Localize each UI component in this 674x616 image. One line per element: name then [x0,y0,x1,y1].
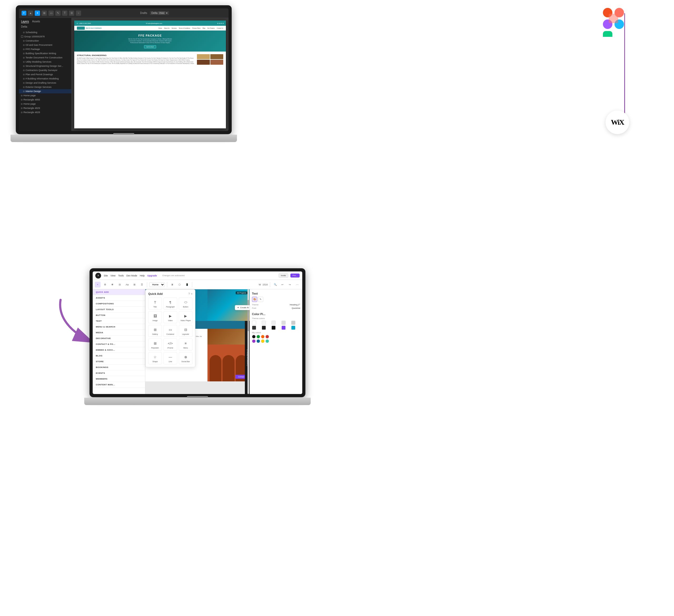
menu-devmode[interactable]: Dev Mode [126,274,137,277]
more-icon[interactable]: ⋯ [294,282,300,288]
qa-paragraph[interactable]: ¶ Paragraph [163,298,177,310]
menu-events[interactable]: EVENTS [93,370,145,376]
menu-content-man[interactable]: CONTENT MAN... [93,382,145,388]
search-icon[interactable]: 🔍 [272,282,278,288]
color-swatch-dark-2[interactable] [262,326,266,330]
color-swatch-teal[interactable] [291,326,296,330]
tab-assets[interactable]: Assets [32,20,40,23]
my-color-purple[interactable] [252,339,256,343]
layer-item[interactable]: Plan and Permit Drawings [19,72,71,76]
menu-tools[interactable]: Tools [118,274,124,277]
qa-menu[interactable]: ≡ Menu [179,338,193,351]
menu-site[interactable]: Site [104,274,108,277]
my-color-black[interactable] [252,335,256,338]
menu-quick-add[interactable]: QUICK ADD [93,289,145,295]
menu-decorative[interactable]: DECORATIVE [93,336,145,341]
store-icon[interactable]: ⊟ [117,282,123,288]
components-icon[interactable]: ❋ [110,282,115,288]
color-swatch-dark-1[interactable] [252,326,256,330]
color-swatch-purple[interactable] [282,326,286,330]
help-icon[interactable]: ? [189,293,190,295]
layer-item[interactable]: Scheduling [19,30,71,34]
color-swatch-2[interactable] [271,321,276,325]
select-tool-icon[interactable]: ▲ [28,10,33,16]
layer-item[interactable]: Building Specification Writing [19,51,71,55]
tab-layers[interactable]: Layers [21,20,29,23]
layer-item[interactable]: Utility Modeling Services [19,60,71,64]
menu-menu-search[interactable]: MENU & SEARCH [93,324,145,330]
qa-title[interactable]: T Title [148,298,162,310]
grid-icon[interactable]: ⊞ [132,282,137,288]
rp-style-btn[interactable]: ✎ [258,297,263,302]
frame-tool-icon[interactable]: ⊞ [41,10,47,16]
qa-button[interactable]: ⬭ Button [179,298,193,310]
layer-item[interactable]: Contractors Quantity Surveyor [19,68,71,72]
color-swatch-4[interactable] [291,321,296,325]
invite-button[interactable]: Invite [278,273,288,278]
layer-item[interactable]: FFE Package [19,47,71,51]
color-swatch-dark-3[interactable] [271,326,276,330]
menu-contact[interactable]: CONTACT & FO... [93,341,145,347]
qa-container[interactable]: ▭ Container [163,325,177,337]
menu-members[interactable]: MEMBERS [93,376,145,382]
layer-item[interactable]: Structural Engineering Design Ser... [19,64,71,68]
add-icon[interactable]: + [95,282,101,288]
menu-view[interactable]: View [111,274,116,277]
project-badge[interactable]: Delta Free ▾ [150,11,169,15]
layer-item[interactable]: Group 1000002878 [19,34,71,39]
close-icon[interactable]: × [191,293,193,295]
qa-layouter[interactable]: ⊟ Layouter [179,325,193,337]
pen-tool-icon[interactable]: ✎ [55,10,61,16]
menu-bookings[interactable]: BOOKINGS [93,364,145,370]
menu-compositions[interactable]: COMPOSITIONS [93,301,145,307]
layer-item[interactable]: Design and Drafting Services [19,81,71,85]
settings-icon[interactable]: ⚙ [102,282,108,288]
ai-text-tooltip[interactable]: ✦ Create AI Text ⬡ 🔗 💬 ? [235,305,250,310]
rp-theme-btn[interactable]: 🎨 [252,297,257,302]
qa-line[interactable]: — Line [163,352,177,364]
layer-item-interior-design[interactable]: Interior Design [19,89,71,94]
my-color-teal[interactable] [265,339,269,343]
page-select[interactable]: Home [149,282,165,287]
text-icon[interactable]: Aa [124,282,130,288]
redo-icon[interactable]: ↪ [287,282,293,288]
qa-gallery[interactable]: ⊞ Gallery [148,325,162,337]
my-color-red[interactable] [265,335,269,338]
my-color-green[interactable] [256,335,260,338]
menu-embed[interactable]: EMBED & SOCI... [93,347,145,353]
my-color-orange[interactable] [261,335,264,338]
desktop-icon[interactable]: 🖥 [169,282,175,288]
tablet-icon[interactable]: ⬡ [177,282,183,288]
layer-item[interactable]: Rectangle 4855 [19,98,71,102]
layers-icon[interactable]: ☰ [139,282,145,288]
qa-shape[interactable]: ☆ Shape [148,352,162,364]
menu-button[interactable]: BUTTON [93,312,145,318]
delta-selector[interactable]: Delta [19,25,71,28]
canvas-scrollbar-thumb[interactable] [247,300,249,331]
my-color-blue[interactable] [256,339,260,343]
preview-button[interactable]: Pre... [291,274,300,278]
menu-store[interactable]: STORE [93,359,145,364]
text-tool-icon[interactable]: T [62,10,68,16]
figma-canvas[interactable]: ☏ +968 9 346 2046 ✉ hello@deltaglob.com … [72,18,229,131]
my-color-yellow[interactable] [261,339,264,343]
color-swatch-white[interactable] [252,321,256,325]
menu-layout-tools[interactable]: LAYOUT TOOLS [93,307,145,312]
move-tool-icon[interactable]: ✦ [35,10,40,16]
menu-text[interactable]: TEXT [93,318,145,324]
color-swatch-1[interactable] [262,321,266,325]
undo-icon[interactable]: ↩ [279,282,286,288]
layer-item[interactable]: Home page [19,94,71,98]
qa-video[interactable]: ▶ Video [163,311,177,323]
menu-upgrade[interactable]: Upgrade [147,274,157,277]
mobile-icon[interactable]: 📱 [184,282,190,288]
qa-iframe[interactable]: </> iFrame [163,338,177,351]
layer-item[interactable]: # Building Information Modeling [19,76,71,81]
qa-video-player[interactable]: ▶ Video Player [179,311,193,323]
layer-item[interactable]: Construction [19,39,71,43]
shape-tool-icon[interactable]: ▭ [48,10,54,16]
layer-item[interactable]: Exterior Design Services [19,85,71,89]
layer-item[interactable]: Rectangle 4828 [19,110,71,115]
zoom-tool-icon[interactable]: ○ [76,10,81,16]
menu-blog[interactable]: BLOG [93,353,145,359]
